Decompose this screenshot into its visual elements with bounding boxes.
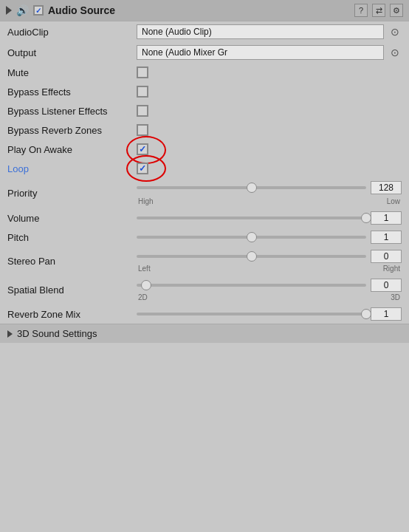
bypass-reverb-control: [137, 124, 402, 136]
priority-label: Priority: [7, 188, 137, 199]
bypass-reverb-row: Bypass Reverb Zones: [0, 120, 409, 140]
output-gear[interactable]: ⊙: [388, 46, 402, 59]
volume-slider-track[interactable]: [137, 216, 366, 219]
pitch-label: Pitch: [7, 232, 137, 243]
reverb-label: Reverb Zone Mix: [7, 309, 137, 320]
header-icons: ? ⇄ ⚙: [354, 4, 403, 17]
stereo-value[interactable]: 0: [371, 250, 402, 263]
priority-slider-row: 128 High Low: [137, 181, 402, 205]
spatial-3d-label: 3D: [391, 293, 400, 301]
audioclip-label: AudioClip: [7, 27, 137, 38]
bypass-listener-row: Bypass Listener Effects: [0, 101, 409, 120]
mute-checkbox[interactable]: [137, 66, 148, 78]
panel-header: 🔊 Audio Source ? ⇄ ⚙: [0, 0, 409, 21]
mute-label: Mute: [7, 67, 137, 78]
play-on-awake-label: Play On Awake: [7, 144, 137, 155]
stereo-left-label: Left: [138, 265, 151, 273]
stereo-slider-row: 0 Left Right: [137, 250, 402, 273]
speaker-icon: 🔊: [16, 4, 29, 16]
volume-control: 1: [137, 211, 402, 225]
play-on-awake-circle-wrapper: [137, 143, 148, 155]
loop-label: Loop: [7, 163, 137, 174]
priority-labels: High Low: [137, 197, 402, 205]
sound-settings-section[interactable]: 3D Sound Settings: [0, 324, 409, 343]
output-control: None (Audio Mixer Gr ⊙: [137, 45, 402, 60]
volume-row: Volume 1: [0, 208, 409, 228]
priority-value[interactable]: 128: [371, 181, 402, 194]
output-label: Output: [7, 47, 137, 58]
settings-icon[interactable]: ⚙: [390, 4, 403, 17]
output-row: Output None (Audio Mixer Gr ⊙: [0, 42, 409, 63]
play-on-awake-row: Play On Awake: [0, 140, 409, 159]
help-icon[interactable]: ?: [354, 4, 368, 17]
audioclip-row: AudioClip None (Audio Clip) ⊙: [0, 21, 409, 42]
reverb-value[interactable]: 1: [371, 307, 402, 321]
stereo-slider-track[interactable]: [137, 255, 366, 258]
spatial-slider-thumb[interactable]: [141, 280, 151, 290]
bypass-listener-control: [137, 105, 402, 117]
priority-slider-track[interactable]: [137, 186, 366, 189]
bypass-listener-checkbox[interactable]: [137, 105, 148, 117]
spatial-slider-row: 0 2D 3D: [137, 279, 402, 301]
bypass-listener-label: Bypass Listener Effects: [7, 106, 137, 117]
stereo-labels: Left Right: [137, 265, 402, 273]
bypass-reverb-label: Bypass Reverb Zones: [7, 125, 137, 136]
panel-title: Audio Source: [48, 4, 350, 16]
loop-circle-wrapper: [137, 163, 148, 174]
spatial-labels: 2D 3D: [137, 293, 402, 301]
mute-checkbox-container: [137, 66, 148, 78]
priority-low-label: Low: [387, 197, 400, 205]
collapse-arrow[interactable]: [6, 6, 12, 15]
bypass-effects-label: Bypass Effects: [7, 86, 137, 98]
loop-checkbox[interactable]: [137, 163, 148, 174]
output-field[interactable]: None (Audio Mixer Gr: [137, 45, 384, 60]
pitch-value[interactable]: 1: [371, 231, 402, 244]
loop-control: [137, 163, 402, 174]
audioclip-field[interactable]: None (Audio Clip): [137, 24, 384, 39]
pitch-slider-thumb[interactable]: [247, 232, 257, 242]
audioclip-gear[interactable]: ⊙: [388, 25, 402, 38]
header-enable-checkbox[interactable]: [33, 5, 44, 16]
spatial-track-container: 0: [137, 279, 402, 292]
reverb-row: Reverb Zone Mix 1: [0, 304, 409, 324]
reverb-slider-track[interactable]: [137, 313, 366, 316]
audio-source-panel: 🔊 Audio Source ? ⇄ ⚙ AudioClip None (Aud…: [0, 0, 409, 343]
sound-settings-label: 3D Sound Settings: [17, 328, 97, 339]
bypass-effects-row: Bypass Effects: [0, 82, 409, 101]
stereo-pan-control: 0 Left Right: [137, 250, 402, 273]
stereo-pan-row: Stereo Pan 0 Left Right: [0, 247, 409, 276]
stereo-track-container: 0: [137, 250, 402, 263]
play-on-awake-control: [137, 143, 402, 155]
play-on-awake-checkbox[interactable]: [137, 143, 148, 155]
stereo-slider-thumb[interactable]: [247, 251, 257, 262]
priority-row: Priority 128 High Low: [0, 178, 409, 208]
spatial-blend-label: Spatial Blend: [7, 284, 137, 296]
bypass-effects-checkbox[interactable]: [137, 86, 148, 98]
stereo-pan-label: Stereo Pan: [7, 256, 137, 267]
mute-row: Mute: [0, 63, 409, 82]
spatial-2d-label: 2D: [138, 293, 148, 301]
pitch-row: Pitch 1: [0, 228, 409, 247]
spatial-blend-row: Spatial Blend 0 2D 3D: [0, 276, 409, 304]
stereo-right-label: Right: [383, 265, 400, 273]
pitch-slider-track[interactable]: [137, 236, 366, 239]
sound-settings-arrow: [7, 330, 13, 338]
priority-slider-thumb[interactable]: [247, 183, 257, 193]
mute-control: [137, 66, 402, 78]
reverb-slider-thumb[interactable]: [361, 309, 371, 319]
spatial-slider-track[interactable]: [137, 284, 366, 287]
bypass-effects-control: [137, 86, 402, 98]
loop-row: Loop: [0, 159, 409, 178]
audioclip-control: None (Audio Clip) ⊙: [137, 24, 402, 39]
pitch-control: 1: [137, 231, 402, 244]
volume-label: Volume: [7, 213, 137, 224]
priority-high-label: High: [138, 197, 154, 205]
reference-icon[interactable]: ⇄: [372, 4, 385, 17]
spatial-blend-control: 0 2D 3D: [137, 279, 402, 301]
volume-value[interactable]: 1: [371, 211, 402, 225]
volume-slider-thumb[interactable]: [361, 213, 371, 223]
bypass-reverb-checkbox[interactable]: [137, 124, 148, 136]
spatial-value[interactable]: 0: [371, 279, 402, 292]
priority-track-container: 128: [137, 181, 402, 194]
priority-control: 128 High Low: [137, 181, 402, 205]
